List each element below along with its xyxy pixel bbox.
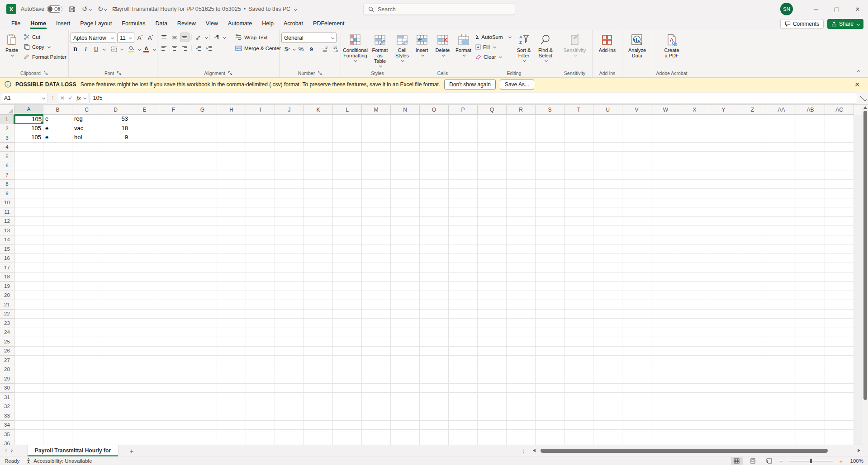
cell-J3[interactable] bbox=[275, 133, 304, 143]
cell-N25[interactable] bbox=[391, 337, 420, 347]
cell-O9[interactable] bbox=[420, 189, 449, 198]
cell-I28[interactable] bbox=[246, 365, 275, 375]
cell-X27[interactable] bbox=[680, 356, 709, 365]
cell-C2[interactable]: vac bbox=[72, 124, 101, 134]
cell-X28[interactable] bbox=[680, 365, 709, 375]
row-header-4[interactable]: 4 bbox=[0, 143, 14, 152]
cell-T15[interactable] bbox=[564, 244, 593, 254]
cell-C27[interactable] bbox=[72, 356, 101, 365]
cell-V6[interactable] bbox=[622, 161, 651, 171]
cell-C36[interactable] bbox=[72, 439, 101, 445]
cell-V3[interactable] bbox=[622, 133, 651, 143]
cell-O1[interactable] bbox=[420, 115, 449, 124]
cell-N5[interactable] bbox=[391, 152, 420, 161]
cell-Q9[interactable] bbox=[478, 189, 507, 198]
cell-B15[interactable] bbox=[43, 244, 72, 254]
cell-AA25[interactable] bbox=[767, 337, 796, 347]
cell-Z6[interactable] bbox=[738, 161, 767, 171]
cell-O31[interactable] bbox=[420, 393, 449, 402]
insert-cells-button[interactable]: Insert bbox=[412, 32, 432, 57]
cell-D25[interactable] bbox=[101, 337, 130, 347]
cell-B5[interactable] bbox=[43, 152, 72, 161]
font-color-chevron-icon[interactable] bbox=[153, 47, 156, 51]
vertical-scroll-thumb[interactable] bbox=[863, 111, 867, 400]
cell-V14[interactable] bbox=[622, 235, 651, 245]
tab-page-layout[interactable]: Page Layout bbox=[75, 19, 117, 29]
cell-V16[interactable] bbox=[622, 254, 651, 263]
cell-E14[interactable] bbox=[130, 235, 159, 245]
cell-U32[interactable] bbox=[593, 402, 622, 412]
cell-AC32[interactable] bbox=[825, 402, 854, 412]
cell-L24[interactable] bbox=[333, 328, 362, 338]
cell-K15[interactable] bbox=[304, 244, 333, 254]
borders-chevron-icon[interactable] bbox=[120, 47, 123, 51]
cell-P29[interactable] bbox=[449, 374, 478, 384]
cell-L29[interactable] bbox=[333, 374, 362, 384]
cell-X3[interactable] bbox=[680, 133, 709, 143]
cell-W33[interactable] bbox=[651, 411, 680, 421]
cell-G24[interactable] bbox=[188, 328, 217, 338]
cell-M27[interactable] bbox=[362, 356, 391, 365]
increase-font-size-button[interactable]: Aˆ bbox=[135, 33, 145, 42]
cell-A18[interactable] bbox=[14, 272, 43, 282]
cell-V10[interactable] bbox=[622, 198, 651, 208]
cell-R15[interactable] bbox=[507, 244, 536, 254]
cut-button[interactable]: Cut bbox=[22, 32, 69, 42]
cell-W3[interactable] bbox=[651, 133, 680, 143]
cell-Q16[interactable] bbox=[478, 254, 507, 263]
cell-I10[interactable] bbox=[246, 198, 275, 208]
cell-V5[interactable] bbox=[622, 152, 651, 161]
cell-K27[interactable] bbox=[304, 356, 333, 365]
cell-AC12[interactable] bbox=[825, 217, 854, 226]
cell-D14[interactable] bbox=[101, 235, 130, 245]
borders-button[interactable] bbox=[109, 44, 119, 54]
cell-A16[interactable] bbox=[14, 254, 43, 263]
cell-C25[interactable] bbox=[72, 337, 101, 347]
percent-style-button[interactable]: % bbox=[296, 44, 306, 54]
cell-S17[interactable] bbox=[536, 263, 564, 272]
cell-O30[interactable] bbox=[420, 384, 449, 393]
cell-O33[interactable] bbox=[420, 411, 449, 421]
cell-U14[interactable] bbox=[593, 235, 622, 245]
cell-AA34[interactable] bbox=[767, 421, 796, 430]
cell-H14[interactable] bbox=[217, 235, 246, 245]
row-header-33[interactable]: 33 bbox=[0, 411, 14, 421]
cell-Y4[interactable] bbox=[709, 143, 738, 152]
cell-G1[interactable] bbox=[188, 115, 217, 124]
cell-T26[interactable] bbox=[564, 347, 593, 356]
cell-O21[interactable] bbox=[420, 300, 449, 310]
zoom-out-button[interactable]: − bbox=[780, 458, 783, 465]
cell-W21[interactable] bbox=[651, 300, 680, 310]
cell-T25[interactable] bbox=[564, 337, 593, 347]
cell-D1[interactable]: 53 bbox=[101, 115, 130, 124]
cell-S3[interactable] bbox=[536, 133, 564, 143]
cell-Q24[interactable] bbox=[478, 328, 507, 338]
cell-R3[interactable] bbox=[507, 133, 536, 143]
cell-B33[interactable] bbox=[43, 411, 72, 421]
cell-M10[interactable] bbox=[362, 198, 391, 208]
cell-AC4[interactable] bbox=[825, 143, 854, 152]
cell-F24[interactable] bbox=[159, 328, 188, 338]
cell-D35[interactable] bbox=[101, 430, 130, 439]
cell-M28[interactable] bbox=[362, 365, 391, 375]
cell-H19[interactable] bbox=[217, 282, 246, 291]
cell-V21[interactable] bbox=[622, 300, 651, 310]
cell-O29[interactable] bbox=[420, 374, 449, 384]
cell-V26[interactable] bbox=[622, 347, 651, 356]
cell-O34[interactable] bbox=[420, 421, 449, 430]
cell-D5[interactable] bbox=[101, 152, 130, 161]
column-header-S[interactable]: S bbox=[536, 105, 564, 115]
cell-E5[interactable] bbox=[130, 152, 159, 161]
cell-AC9[interactable] bbox=[825, 189, 854, 198]
cell-B12[interactable] bbox=[43, 217, 72, 226]
cell-AC2[interactable] bbox=[825, 124, 854, 134]
cell-T34[interactable] bbox=[564, 421, 593, 430]
cell-D22[interactable] bbox=[101, 310, 130, 319]
cell-P32[interactable] bbox=[449, 402, 478, 412]
cell-P35[interactable] bbox=[449, 430, 478, 439]
cell-F25[interactable] bbox=[159, 337, 188, 347]
cell-S20[interactable] bbox=[536, 291, 564, 301]
cell-P31[interactable] bbox=[449, 393, 478, 402]
cell-Z18[interactable] bbox=[738, 272, 767, 282]
cell-A25[interactable] bbox=[14, 337, 43, 347]
